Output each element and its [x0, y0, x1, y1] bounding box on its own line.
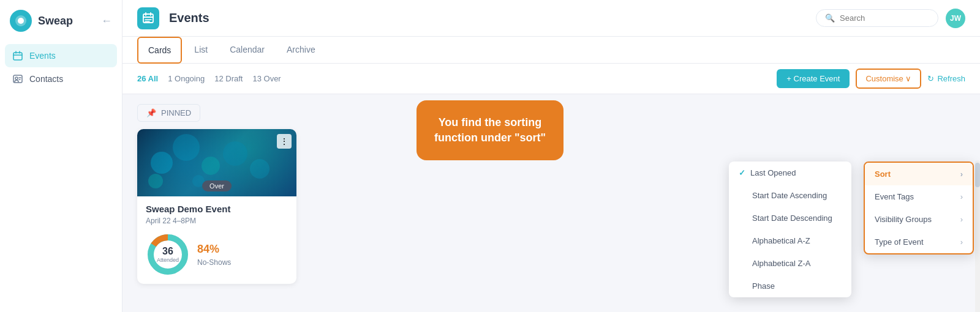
app-name: Sweap — [38, 15, 73, 28]
sidebar-nav: Events Contacts — [0, 44, 122, 91]
attended-label: Attended — [157, 257, 179, 263]
event-status-badge: Over — [202, 180, 232, 191]
sidebar-item-events[interactable]: Events — [5, 44, 117, 67]
pinned-section-label: 📌 PINNED — [137, 104, 200, 122]
app-logo-icon — [10, 10, 32, 32]
sort-start-date-desc-label: Start Date Descending — [752, 214, 832, 223]
donut-stats: 84% No-Shows — [197, 243, 231, 267]
stats-row: 26 All 1 Ongoing 12 Draft 13 Over + Crea… — [123, 64, 980, 94]
no-show-pct: 84% — [197, 243, 231, 256]
scroll-thumb[interactable] — [975, 163, 980, 187]
chevron-right-icon: › — [960, 237, 963, 247]
donut-chart: 36 Attended — [146, 232, 190, 277]
pin-icon: 📌 — [146, 108, 156, 117]
sort-option-start-date-asc[interactable]: Start Date Ascending — [729, 184, 851, 207]
stats-row-right: + Create Event Customise ∨ ↻ Refresh — [777, 69, 965, 89]
event-card: ⋮ Over Sweap Demo Event April 22 4–8PM — [137, 129, 296, 284]
sidebar-logo: Sweap ← — [0, 10, 122, 44]
callout-text: You find the sorting function under "sor… — [434, 116, 546, 144]
stat-draft[interactable]: 12 Draft — [214, 74, 243, 83]
card-body: Sweap Demo Event April 22 4–8PM — [137, 196, 296, 284]
customise-button[interactable]: Customise ∨ — [856, 69, 921, 89]
donut-center: 36 Attended — [157, 246, 179, 263]
search-bar[interactable]: 🔍 — [816, 9, 938, 27]
events-icon — [12, 50, 23, 61]
sidebar-contacts-label: Contacts — [29, 74, 63, 84]
tab-cards[interactable]: Cards — [137, 37, 182, 64]
sidebar-events-label: Events — [29, 51, 56, 61]
avatar: JW — [946, 9, 965, 28]
event-date: April 22 4–8PM — [146, 217, 288, 225]
chevron-right-icon: › — [960, 169, 963, 179]
callout-bubble: You find the sorting function under "sor… — [417, 100, 564, 160]
svg-rect-2 — [13, 53, 22, 60]
sort-option-alpha-za[interactable]: Alphabetical Z-A — [729, 252, 851, 275]
sort-option-phase[interactable]: Phase — [729, 275, 851, 297]
customise-option-visibility-groups[interactable]: Visibility Groups › — [865, 208, 973, 231]
customise-option-type-of-event[interactable]: Type of Event › — [865, 231, 973, 253]
sidebar-item-contacts[interactable]: Contacts — [5, 67, 117, 91]
sort-alpha-za-label: Alphabetical Z-A — [752, 259, 810, 268]
topbar: Events 🔍 JW — [123, 0, 980, 37]
main-content: Events 🔍 JW Cards List Calendar Archive … — [123, 0, 980, 312]
pinned-text: PINNED — [161, 108, 191, 117]
visibility-groups-label: Visibility Groups — [875, 215, 932, 224]
refresh-label: Refresh — [937, 74, 965, 83]
refresh-icon: ↻ — [927, 74, 934, 83]
sort-label: Sort — [875, 169, 891, 179]
svg-point-4 — [15, 77, 18, 80]
sidebar-collapse-button[interactable]: ← — [101, 15, 112, 28]
contacts-icon — [12, 73, 23, 84]
tabs-row: Cards List Calendar Archive — [123, 37, 980, 64]
create-event-button[interactable]: + Create Event — [777, 69, 850, 88]
sort-option-last-opened[interactable]: ✓ Last Opened — [729, 162, 851, 184]
customise-option-event-tags[interactable]: Event Tags › — [865, 185, 973, 208]
card-menu-button[interactable]: ⋮ — [277, 134, 292, 149]
sort-last-opened-label: Last Opened — [750, 168, 796, 177]
svg-point-8 — [202, 157, 220, 175]
check-icon: ✓ — [739, 168, 745, 177]
page-title: Events — [169, 11, 209, 25]
sort-dropdown: ✓ Last Opened Start Date Ascending Start… — [729, 162, 851, 297]
stat-all[interactable]: 26 All — [137, 74, 158, 83]
chevron-right-icon: › — [960, 192, 963, 201]
tab-archive[interactable]: Archive — [277, 37, 325, 63]
scrollbar[interactable] — [975, 160, 980, 312]
chevron-right-icon: › — [960, 215, 963, 224]
tab-calendar[interactable]: Calendar — [220, 37, 274, 63]
sort-option-alpha-az[interactable]: Alphabetical A-Z — [729, 229, 851, 252]
topbar-right: 🔍 JW — [816, 9, 965, 28]
svg-point-10 — [250, 159, 270, 179]
card-image: ⋮ Over — [137, 129, 296, 196]
attended-count: 36 — [157, 246, 179, 257]
sort-alpha-az-label: Alphabetical A-Z — [752, 236, 810, 245]
svg-point-1 — [18, 18, 24, 24]
svg-point-9 — [223, 141, 247, 166]
event-tags-label: Event Tags — [875, 192, 914, 201]
tab-list[interactable]: List — [184, 37, 217, 63]
event-title: Sweap Demo Event — [146, 204, 288, 214]
content-area: 📌 PINNED ⋮ Over Swe — [123, 94, 980, 312]
sort-option-start-date-desc[interactable]: Start Date Descending — [729, 207, 851, 229]
svg-point-6 — [151, 152, 173, 174]
customise-dropdown: Sort › Event Tags › Visibility Groups › … — [864, 162, 974, 254]
svg-point-11 — [148, 174, 163, 188]
no-show-label: No-Shows — [197, 258, 231, 267]
sort-start-date-asc-label: Start Date Ascending — [752, 191, 827, 200]
sidebar: Sweap ← Events Contacts — [0, 0, 123, 312]
search-icon: 🔍 — [825, 13, 835, 23]
svg-point-7 — [173, 134, 200, 161]
page-icon — [137, 7, 159, 29]
customise-option-sort[interactable]: Sort › — [865, 163, 973, 185]
type-of-event-label: Type of Event — [875, 237, 924, 247]
refresh-button[interactable]: ↻ Refresh — [927, 74, 965, 83]
sort-phase-label: Phase — [752, 281, 775, 291]
stat-ongoing[interactable]: 1 Ongoing — [168, 74, 205, 83]
search-input[interactable] — [840, 13, 929, 23]
card-donut: 36 Attended 84% No-Shows — [146, 232, 288, 277]
stat-over[interactable]: 13 Over — [252, 74, 281, 83]
